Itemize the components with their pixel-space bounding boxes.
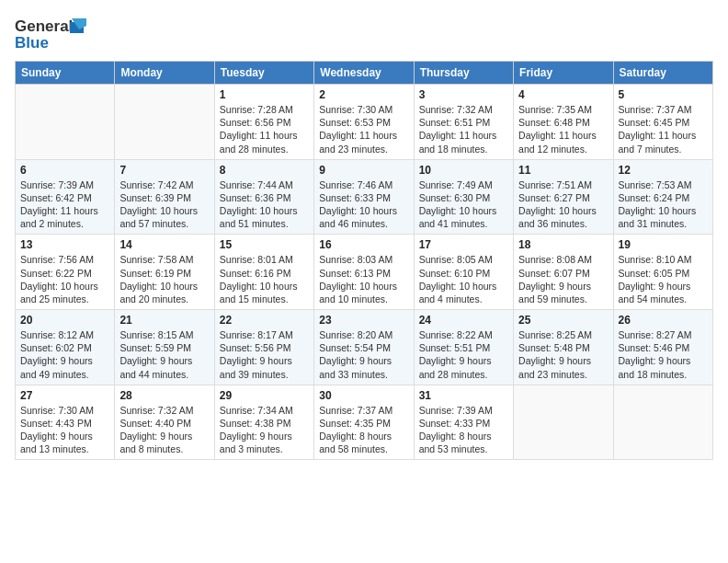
day-info: Sunrise: 7:46 AM Sunset: 6:33 PM Dayligh… (319, 178, 408, 231)
weekday-header-thursday: Thursday (414, 62, 513, 85)
day-number: 17 (419, 238, 508, 251)
day-number: 27 (20, 389, 109, 402)
calendar-cell: 11Sunrise: 7:51 AM Sunset: 6:27 PM Dayli… (514, 159, 613, 235)
calendar-cell: 24Sunrise: 8:22 AM Sunset: 5:51 PM Dayli… (414, 310, 513, 385)
calendar-cell: 16Sunrise: 8:03 AM Sunset: 6:13 PM Dayli… (314, 235, 414, 310)
calendar-cell: 27Sunrise: 7:30 AM Sunset: 4:43 PM Dayli… (16, 385, 115, 460)
day-info: Sunrise: 8:27 AM Sunset: 5:46 PM Dayligh… (619, 328, 708, 381)
calendar-cell: 31Sunrise: 7:39 AM Sunset: 4:33 PM Dayli… (414, 385, 513, 460)
day-number: 13 (20, 238, 109, 251)
day-number: 3 (419, 88, 508, 101)
day-info: Sunrise: 8:22 AM Sunset: 5:51 PM Dayligh… (419, 328, 508, 381)
day-info: Sunrise: 7:42 AM Sunset: 6:39 PM Dayligh… (119, 178, 209, 231)
day-info: Sunrise: 8:01 AM Sunset: 6:16 PM Dayligh… (220, 253, 309, 305)
day-number: 7 (119, 164, 209, 177)
day-info: Sunrise: 8:03 AM Sunset: 6:13 PM Dayligh… (319, 253, 408, 305)
logo: General Blue (15, 15, 88, 52)
calendar-cell: 30Sunrise: 7:37 AM Sunset: 4:35 PM Dayli… (314, 385, 414, 460)
day-info: Sunrise: 7:34 AM Sunset: 4:38 PM Dayligh… (220, 404, 309, 456)
calendar-week-row: 6Sunrise: 7:39 AM Sunset: 6:42 PM Daylig… (16, 159, 713, 235)
page-header: General Blue (15, 15, 713, 52)
day-number: 15 (220, 238, 309, 251)
day-number: 6 (20, 164, 109, 177)
calendar-cell (115, 85, 214, 160)
day-info: Sunrise: 7:37 AM Sunset: 6:45 PM Dayligh… (619, 103, 708, 155)
day-number: 14 (119, 238, 209, 251)
calendar-cell: 3Sunrise: 7:32 AM Sunset: 6:51 PM Daylig… (414, 85, 513, 160)
calendar-cell (613, 385, 712, 460)
day-number: 10 (419, 164, 508, 177)
day-number: 19 (619, 238, 708, 251)
weekday-header-monday: Monday (115, 62, 214, 85)
day-info: Sunrise: 7:51 AM Sunset: 6:27 PM Dayligh… (518, 178, 608, 231)
weekday-header-friday: Friday (514, 62, 613, 85)
day-number: 23 (319, 314, 408, 327)
day-info: Sunrise: 8:08 AM Sunset: 6:07 PM Dayligh… (518, 253, 608, 305)
calendar-cell: 7Sunrise: 7:42 AM Sunset: 6:39 PM Daylig… (115, 159, 214, 235)
calendar-cell: 1Sunrise: 7:28 AM Sunset: 6:56 PM Daylig… (214, 85, 313, 160)
calendar-cell: 13Sunrise: 7:56 AM Sunset: 6:22 PM Dayli… (16, 235, 115, 310)
calendar-cell: 25Sunrise: 8:25 AM Sunset: 5:48 PM Dayli… (514, 310, 613, 385)
day-number: 29 (220, 389, 309, 402)
day-number: 24 (419, 314, 508, 327)
day-number: 9 (319, 164, 408, 177)
day-number: 4 (518, 88, 608, 101)
day-info: Sunrise: 7:32 AM Sunset: 4:40 PM Dayligh… (119, 404, 209, 456)
logo-icon: General Blue (15, 15, 88, 52)
day-number: 2 (319, 88, 408, 101)
calendar-cell: 8Sunrise: 7:44 AM Sunset: 6:36 PM Daylig… (214, 159, 313, 235)
calendar-cell: 18Sunrise: 8:08 AM Sunset: 6:07 PM Dayli… (514, 235, 613, 310)
day-info: Sunrise: 8:20 AM Sunset: 5:54 PM Dayligh… (319, 328, 408, 381)
calendar-cell: 19Sunrise: 8:10 AM Sunset: 6:05 PM Dayli… (613, 235, 712, 310)
day-info: Sunrise: 8:17 AM Sunset: 5:56 PM Dayligh… (220, 328, 309, 381)
calendar-cell: 12Sunrise: 7:53 AM Sunset: 6:24 PM Dayli… (613, 159, 712, 235)
day-number: 21 (119, 314, 209, 327)
calendar-cell: 9Sunrise: 7:46 AM Sunset: 6:33 PM Daylig… (314, 159, 414, 235)
day-info: Sunrise: 7:44 AM Sunset: 6:36 PM Dayligh… (220, 178, 309, 231)
day-number: 8 (220, 164, 309, 177)
day-number: 18 (518, 238, 608, 251)
calendar-cell: 6Sunrise: 7:39 AM Sunset: 6:42 PM Daylig… (16, 159, 115, 235)
day-info: Sunrise: 7:58 AM Sunset: 6:19 PM Dayligh… (119, 253, 209, 305)
day-number: 16 (319, 238, 408, 251)
day-number: 1 (220, 88, 309, 101)
day-info: Sunrise: 7:35 AM Sunset: 6:48 PM Dayligh… (518, 103, 608, 155)
svg-text:General: General (15, 17, 73, 35)
day-info: Sunrise: 7:32 AM Sunset: 6:51 PM Dayligh… (419, 103, 508, 155)
calendar-table: SundayMondayTuesdayWednesdayThursdayFrid… (15, 61, 713, 460)
calendar-cell: 4Sunrise: 7:35 AM Sunset: 6:48 PM Daylig… (514, 85, 613, 160)
calendar-header-row: SundayMondayTuesdayWednesdayThursdayFrid… (16, 62, 713, 85)
weekday-header-wednesday: Wednesday (314, 62, 414, 85)
calendar-cell: 5Sunrise: 7:37 AM Sunset: 6:45 PM Daylig… (613, 85, 712, 160)
day-info: Sunrise: 8:15 AM Sunset: 5:59 PM Dayligh… (119, 328, 209, 381)
day-info: Sunrise: 7:30 AM Sunset: 6:53 PM Dayligh… (319, 103, 408, 155)
day-info: Sunrise: 8:12 AM Sunset: 6:02 PM Dayligh… (20, 328, 109, 381)
day-number: 12 (619, 164, 708, 177)
day-info: Sunrise: 7:49 AM Sunset: 6:30 PM Dayligh… (419, 178, 508, 231)
day-info: Sunrise: 7:53 AM Sunset: 6:24 PM Dayligh… (619, 178, 708, 231)
calendar-cell: 28Sunrise: 7:32 AM Sunset: 4:40 PM Dayli… (115, 385, 214, 460)
day-info: Sunrise: 7:30 AM Sunset: 4:43 PM Dayligh… (20, 404, 109, 456)
calendar-cell: 21Sunrise: 8:15 AM Sunset: 5:59 PM Dayli… (115, 310, 214, 385)
day-info: Sunrise: 8:05 AM Sunset: 6:10 PM Dayligh… (419, 253, 508, 305)
svg-text:Blue: Blue (15, 34, 49, 52)
calendar-cell: 26Sunrise: 8:27 AM Sunset: 5:46 PM Dayli… (613, 310, 712, 385)
calendar-cell: 22Sunrise: 8:17 AM Sunset: 5:56 PM Dayli… (214, 310, 313, 385)
day-info: Sunrise: 7:37 AM Sunset: 4:35 PM Dayligh… (319, 404, 408, 456)
day-number: 28 (119, 389, 209, 402)
day-info: Sunrise: 8:25 AM Sunset: 5:48 PM Dayligh… (518, 328, 608, 381)
day-number: 20 (20, 314, 109, 327)
calendar-cell: 20Sunrise: 8:12 AM Sunset: 6:02 PM Dayli… (16, 310, 115, 385)
day-number: 11 (518, 164, 608, 177)
calendar-week-row: 20Sunrise: 8:12 AM Sunset: 6:02 PM Dayli… (16, 310, 713, 385)
day-info: Sunrise: 7:28 AM Sunset: 6:56 PM Dayligh… (220, 103, 309, 155)
day-info: Sunrise: 7:39 AM Sunset: 6:42 PM Dayligh… (20, 178, 109, 231)
calendar-cell (16, 85, 115, 160)
calendar-cell: 23Sunrise: 8:20 AM Sunset: 5:54 PM Dayli… (314, 310, 414, 385)
calendar-cell: 29Sunrise: 7:34 AM Sunset: 4:38 PM Dayli… (214, 385, 313, 460)
calendar-week-row: 27Sunrise: 7:30 AM Sunset: 4:43 PM Dayli… (16, 385, 713, 460)
day-info: Sunrise: 7:56 AM Sunset: 6:22 PM Dayligh… (20, 253, 109, 305)
day-number: 22 (220, 314, 309, 327)
day-info: Sunrise: 7:39 AM Sunset: 4:33 PM Dayligh… (419, 404, 508, 456)
day-number: 26 (619, 314, 708, 327)
